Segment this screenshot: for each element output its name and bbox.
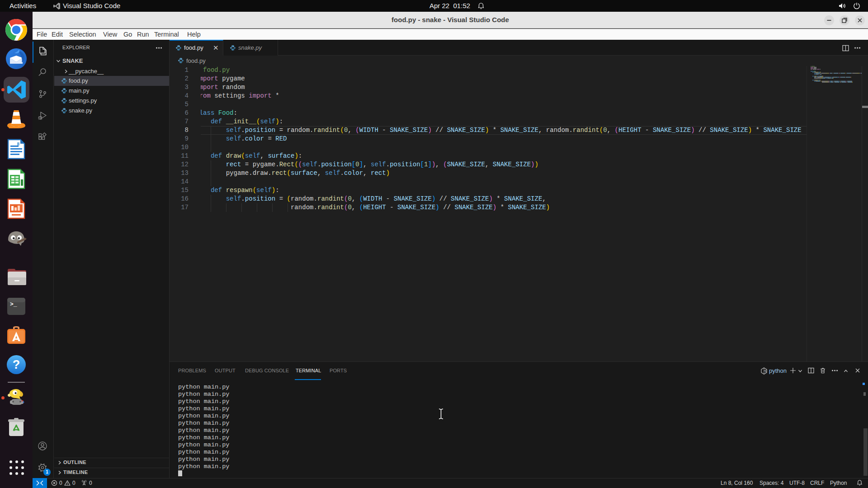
svg-text:?: ? <box>13 358 20 371</box>
svg-text:$: $ <box>765 370 767 373</box>
svg-text:>_: >_ <box>10 301 17 308</box>
